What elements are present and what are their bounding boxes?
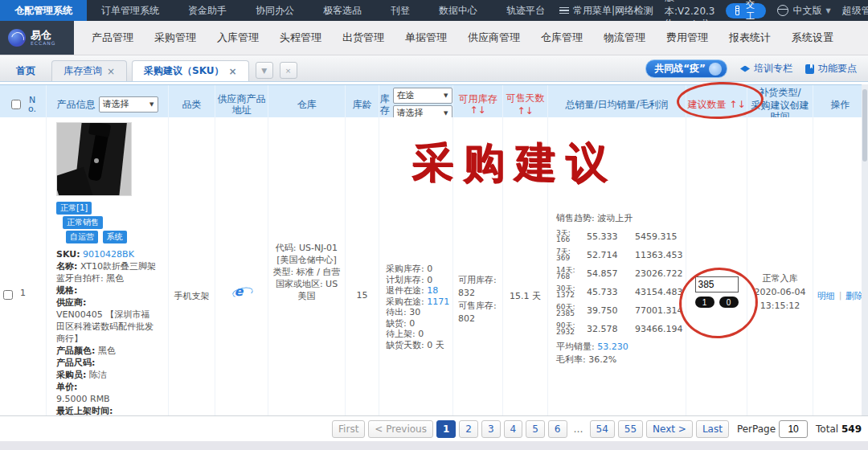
page-button-55[interactable]: 55 [618, 420, 643, 438]
detail-link[interactable]: 明细 [817, 290, 835, 302]
returns-in-transit-link[interactable]: 18 [427, 285, 438, 296]
menu-inbound[interactable]: 入库管理 [217, 31, 259, 45]
language-switcher[interactable]: 中文版▼ [777, 4, 830, 18]
warehouse-country: 国家或地区: US 美国 [272, 278, 342, 302]
product-filter-value: 请选择 [103, 99, 129, 110]
stock-filter-select-1[interactable]: 在途▼ [393, 88, 452, 104]
close-icon[interactable]: × [229, 66, 237, 77]
row-checkbox[interactable] [3, 290, 13, 300]
page-next-button[interactable]: Next > [646, 420, 693, 438]
menu-outbound[interactable]: 出货管理 [342, 31, 384, 45]
cell-stock-age: 15 [346, 117, 379, 415]
purchase-in-transit-link[interactable]: 1171 [427, 297, 449, 307]
header-stock-label: 库存 [380, 93, 390, 116]
nav-fund-assistant[interactable]: 资金助手 [174, 0, 241, 21]
nav-listing[interactable]: 刊登 [376, 0, 424, 21]
row-number: 1 [20, 288, 26, 298]
purchase-suggestion-panel: No. 产品信息 请选择▼ 品类 供应商产品地址 仓库 库龄 库存 在途▼ 请选… [0, 81, 868, 441]
tab-inventory-query[interactable]: 库存查询× [51, 60, 127, 81]
tab-close-all-button[interactable]: × [280, 62, 297, 79]
perpage-label: PerPage [737, 423, 776, 435]
nav-order-system[interactable]: 订单管理系统 [87, 0, 174, 21]
tab-purchase-suggestion[interactable]: 采购建议（SKU）× [132, 60, 249, 81]
page-button-6[interactable]: 6 [548, 420, 567, 438]
menu-documents[interactable]: 单据管理 [405, 31, 447, 45]
menu-reports[interactable]: 报表统计 [729, 31, 771, 45]
tab-home[interactable]: 首页 [5, 61, 47, 81]
logo-globe-icon [8, 29, 26, 47]
page-first-button[interactable]: First [332, 420, 365, 438]
header-product-label: 产品信息 [57, 99, 96, 110]
warehouse-code: 代码: US-NJ-01 [美国仓储中心] [272, 242, 342, 266]
cell-category: 手机支架 [169, 117, 215, 415]
training-column-link[interactable]: 培训专栏 [740, 62, 792, 76]
user-menu[interactable]: 超级管理员▼ [842, 4, 868, 18]
sort-arrows-icon: ↑↓ [729, 99, 745, 110]
menu-supplier[interactable]: 供应商管理 [468, 31, 520, 45]
menu-product[interactable]: 产品管理 [92, 31, 133, 45]
nav-data-center[interactable]: 数据中心 [424, 0, 492, 21]
tab-home-label: 首页 [16, 64, 35, 78]
nav-product-picking[interactable]: 极客选品 [309, 0, 376, 21]
common-menu-toggle[interactable]: 常用菜单|网络检测 [559, 4, 653, 18]
status-badge: 正常[1] [56, 202, 92, 215]
product-filter-select[interactable]: 请选择▼ [99, 96, 158, 112]
vertical-scrollbar[interactable] [862, 84, 868, 415]
tab-purchase-label: 采购建议（SKU） [144, 64, 223, 78]
select-all-checkbox[interactable] [11, 100, 21, 109]
submit-ticket-button[interactable]: 提交工单 [726, 3, 766, 18]
sku-label: SKU: [56, 249, 80, 260]
menu-warehouse[interactable]: 仓库管理 [541, 31, 583, 45]
app-logo[interactable]: 易仓ECCANG [0, 21, 74, 55]
page-button-5[interactable]: 5 [526, 420, 545, 438]
tab-bar: 首页 库存查询× 采购建议（SKU）× ▼ × 共同战“疫” 培训专栏 功能要点 [0, 55, 868, 82]
campaign-banner[interactable]: 共同战“疫” [645, 59, 727, 78]
menu-purchase[interactable]: 采购管理 [154, 31, 196, 45]
common-menu-label: 常用菜单|网络检测 [573, 4, 653, 18]
chevron-down-icon: ▼ [825, 7, 830, 14]
sort-arrows-icon: ↑↓ [469, 104, 485, 116]
sellable-days-value: 15.1 天 [510, 290, 541, 302]
tab-list-dropdown-button[interactable]: ▼ [256, 62, 273, 79]
margin-label: 毛利率: [556, 354, 586, 365]
menu-settings[interactable]: 系统设置 [792, 31, 833, 45]
menu-first-leg[interactable]: 头程管理 [280, 31, 321, 45]
menu-logistics[interactable]: 物流管理 [604, 31, 645, 45]
suggest-qty-input[interactable] [695, 276, 739, 292]
feature-highlights-link[interactable]: 功能要点 [805, 62, 857, 76]
nav-collaboration[interactable]: 协同办公 [241, 0, 309, 21]
margin-value: 36.2% [588, 354, 616, 365]
product-image[interactable] [56, 122, 132, 196]
price-label: 单价: [56, 382, 77, 392]
page-button-2[interactable]: 2 [459, 420, 478, 438]
page-last-button[interactable]: Last [696, 420, 729, 438]
table-row: 1 正常[1] 正常销售 自运营 系统 SKU: 9010428BK 名称: X… [0, 117, 868, 415]
nav-warehouse-system[interactable]: 仓配管理系统 [0, 0, 87, 21]
web-link-icon[interactable]: e [235, 284, 249, 299]
hamburger-icon [559, 7, 569, 14]
sku-value[interactable]: 9010428BK [83, 249, 134, 260]
sellable-stock-label: 可售库存: [458, 300, 497, 313]
page-button-54[interactable]: 54 [590, 420, 615, 438]
page-button-4[interactable]: 4 [504, 420, 523, 438]
sort-arrows-icon: ↑↓ [517, 105, 533, 117]
supplier-value: VEN00405 【深圳市福田区科雅诺数码配件批发商行】 [56, 309, 156, 345]
nav-tracking-platform[interactable]: 轨迹平台 [492, 0, 559, 21]
cell-warehouse: 代码: US-NJ-01 [美国仓储中心] 类型: 标准 / 自营 国家或地区:… [268, 117, 346, 415]
avg-sales-value: 53.230 [597, 342, 628, 352]
page-button-3[interactable]: 3 [481, 420, 501, 438]
menu-expense[interactable]: 费用管理 [666, 31, 708, 45]
name-label: 名称: [56, 261, 77, 272]
qty-quick-button-0[interactable]: 0 [719, 297, 739, 308]
qty-quick-button-1[interactable]: 1 [695, 297, 714, 308]
stock-filter-value-1: 在途 [397, 90, 415, 101]
document-icon [735, 6, 739, 15]
close-icon[interactable]: × [107, 66, 115, 77]
perpage-input[interactable] [779, 420, 808, 438]
mask-face-icon [709, 63, 722, 76]
page-previous-button[interactable]: < Previous [368, 420, 433, 438]
cell-operations: 明细|删除 [813, 117, 868, 415]
page-button-1[interactable]: 1 [436, 420, 456, 438]
scrollbar-thumb[interactable] [862, 89, 867, 162]
replenish-type-value: 正常入库 [763, 272, 798, 285]
